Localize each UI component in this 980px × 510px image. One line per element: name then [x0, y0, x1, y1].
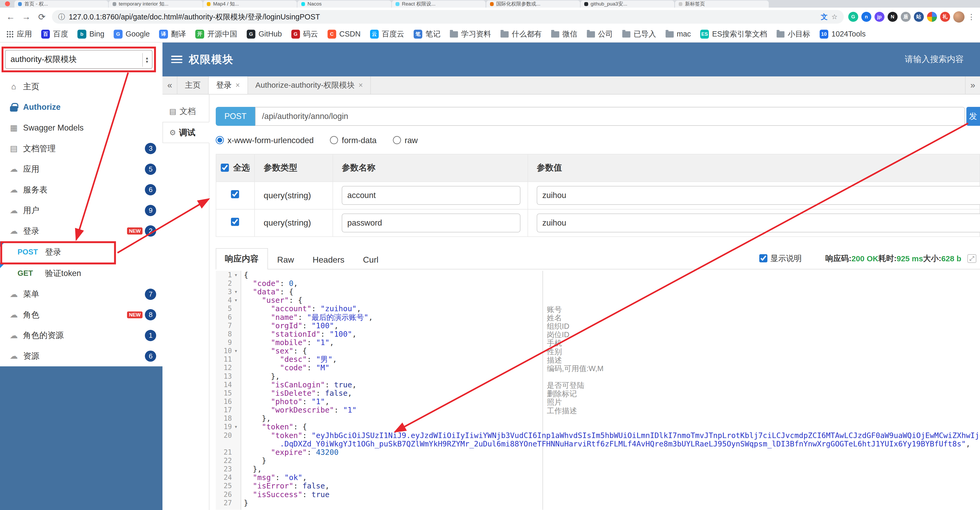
request-url-input[interactable]: /api/authority/anno/login	[255, 107, 965, 126]
sidebar-item[interactable]: Swagger Models	[0, 118, 162, 139]
fold-caret-icon[interactable]: ▾	[232, 271, 240, 279]
content-tab[interactable]: 登录 ×	[208, 76, 248, 94]
close-tab-icon[interactable]: ×	[235, 81, 240, 89]
bookmark-item[interactable]: 已导入	[622, 29, 656, 39]
hamburger-icon[interactable]	[171, 56, 182, 63]
param-value-input[interactable]	[537, 186, 980, 205]
address-bar[interactable]: ⓘ 127.0.0.1:8760/api/gate/doc.html#/auth…	[52, 10, 844, 24]
search-input[interactable]: 请输入搜索内容	[905, 54, 964, 65]
bookmark-item[interactable]: 什么都有	[501, 29, 542, 39]
response-tab[interactable]: Headers	[303, 250, 354, 269]
extension-icon[interactable]: n	[861, 12, 871, 22]
bookmark-item[interactable]: b Bing	[78, 30, 104, 38]
body-type-radio[interactable]	[393, 136, 402, 145]
forward-icon[interactable]: →	[21, 12, 32, 22]
bookmark-item[interactable]: 10 1024Tools	[819, 30, 865, 38]
bookmark-item[interactable]: 开 开源中国	[195, 29, 237, 39]
reload-icon[interactable]: ⟳	[36, 12, 48, 22]
sidebar-item[interactable]: 角色 NEW 8	[0, 304, 162, 325]
body-type-option[interactable]: raw	[393, 136, 418, 145]
bookmark-item[interactable]: 公司	[587, 29, 613, 39]
browser-tab[interactable]: Nacos	[298, 0, 391, 7]
body-type-option[interactable]: form-data	[330, 136, 377, 145]
sidebar-api-item[interactable]: POST 登录	[0, 241, 162, 263]
body-type-radio[interactable]	[330, 136, 339, 145]
bookmark-item[interactable]: 云 百度云	[370, 29, 404, 39]
browser-tab[interactable]: React 权限设...	[392, 0, 485, 7]
bookmark-item[interactable]: G 码云	[291, 29, 318, 39]
content-tab[interactable]: 主页	[177, 76, 208, 94]
body-type-radio[interactable]	[216, 136, 224, 145]
response-tab[interactable]: 响应内容	[216, 248, 268, 269]
sidebar-item[interactable]: Authorize	[0, 97, 162, 118]
sidebar-item[interactable]: 资源 6	[0, 346, 162, 367]
bookmark-item[interactable]: 百 百度	[41, 29, 68, 39]
fold-caret-icon[interactable]: ▾	[232, 422, 240, 431]
browser-tab[interactable]: Map4 / 知...	[203, 0, 297, 7]
response-tab[interactable]: Curl	[354, 250, 388, 269]
show-description-toggle[interactable]: 显示说明	[759, 253, 802, 264]
sidebar-item[interactable]: 菜单 7	[0, 284, 162, 304]
bookmark-item[interactable]: mac	[666, 30, 691, 38]
select-all-checkbox[interactable]	[220, 164, 229, 172]
send-button[interactable]: 发	[966, 107, 980, 126]
browser-tab[interactable]: 国际化权限参数或...	[486, 0, 580, 7]
back-icon[interactable]: ←	[5, 12, 16, 22]
window-close-icon[interactable]	[5, 1, 10, 6]
extension-icon[interactable]: jp	[875, 12, 885, 22]
browser-menu-icon[interactable]: ⋮	[967, 12, 975, 21]
sidebar-item[interactable]: 应用 5	[0, 159, 162, 180]
extension-icon[interactable]: 盾	[901, 12, 911, 22]
module-select[interactable]: authority-权限模块 ▲▼	[5, 50, 153, 69]
page-info-icon[interactable]: ⓘ	[58, 12, 65, 22]
profile-avatar[interactable]	[953, 11, 964, 22]
extension-icon[interactable]: 礼	[940, 12, 950, 22]
close-tab-icon[interactable]: ×	[358, 81, 363, 89]
bookmark-item[interactable]: 小目标	[776, 29, 810, 39]
sidebar-item[interactable]: 角色的资源 1	[0, 325, 162, 346]
sidebar-api-item[interactable]: GET 验证token	[0, 263, 162, 284]
browser-tab[interactable]: temporary interior 知...	[109, 0, 202, 7]
param-name-input[interactable]	[342, 186, 520, 205]
extension-icon[interactable]: 站	[914, 12, 924, 22]
sidebar-item[interactable]: 服务表 6	[0, 179, 162, 200]
extension-icon[interactable]: N	[888, 12, 897, 22]
collapse-tabs-icon[interactable]: «	[162, 76, 177, 94]
extension-icon[interactable]	[927, 12, 937, 22]
param-name-input[interactable]	[342, 214, 520, 232]
param-checkbox[interactable]	[231, 190, 240, 199]
body-type-option[interactable]: x-www-form-urlencoded	[216, 136, 314, 145]
bookmark-item[interactable]: 笔 笔记	[414, 29, 441, 39]
extension-icon[interactable]: G	[848, 12, 858, 22]
param-value-input[interactable]	[537, 214, 980, 232]
bookmark-item[interactable]: ES ES搜索引擎文档	[700, 29, 767, 39]
sidebar-item[interactable]: 文档管理 3	[0, 138, 162, 159]
browser-tab[interactable]: 首页 - 权...	[14, 0, 108, 7]
browser-tab[interactable]: github_pua3安...	[581, 0, 674, 7]
fold-caret-icon[interactable]: ▾	[232, 296, 240, 304]
bookmark-item[interactable]: G Google	[114, 30, 150, 38]
param-checkbox[interactable]	[231, 217, 240, 226]
tab-debug[interactable]: ⚙ 调试	[162, 122, 210, 143]
sidebar-item[interactable]: 用户 9	[0, 200, 162, 221]
content-tab[interactable]: Authorize-authority-权限模块 ×	[248, 76, 371, 94]
bookmark-item[interactable]: C CSDN	[328, 30, 361, 38]
bookmark-star-icon[interactable]: ☆	[832, 13, 837, 21]
bookmark-item[interactable]: G GitHub	[247, 30, 282, 38]
apps-shortcut[interactable]: 应用	[6, 29, 32, 39]
url-text[interactable]: 127.0.0.1:8760/api/gate/doc.html#/author…	[69, 12, 817, 22]
sidebar-item[interactable]: 主页	[0, 76, 162, 97]
fold-caret-icon[interactable]: ▾	[232, 347, 240, 355]
bookmark-item[interactable]: 译 翻译	[159, 29, 186, 39]
bookmark-item[interactable]: 微信	[551, 29, 578, 39]
fullscreen-icon[interactable]: ⤢	[967, 254, 976, 263]
translate-icon[interactable]: 文	[821, 12, 827, 22]
bookmark-item[interactable]: 学习资料	[450, 29, 491, 39]
sidebar-item[interactable]: 登录 NEW 2	[0, 221, 162, 242]
show-description-checkbox[interactable]	[759, 254, 768, 263]
tab-document[interactable]: ▤ 文档	[162, 100, 209, 122]
fold-caret-icon[interactable]: ▾	[232, 288, 240, 296]
scroll-tabs-icon[interactable]: »	[965, 76, 980, 94]
browser-tab[interactable]: 新标签页	[675, 0, 769, 7]
response-tab[interactable]: Raw	[268, 250, 303, 269]
